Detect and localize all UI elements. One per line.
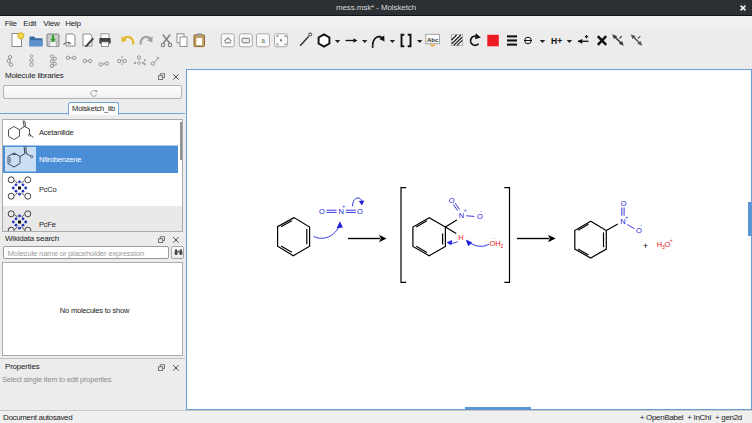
svg-text:O: O: [357, 207, 363, 216]
svg-text:+: +: [643, 241, 648, 251]
svg-text:+: +: [342, 203, 345, 209]
svg-text:O: O: [319, 207, 325, 216]
svg-text:+: +: [464, 207, 467, 213]
svg-text:+: +: [670, 237, 673, 243]
svg-text:··: ··: [492, 235, 496, 241]
svg-text:+: +: [625, 214, 628, 220]
svg-text:O: O: [449, 196, 455, 205]
svg-text:H: H: [458, 233, 463, 242]
svg-text:Abc: Abc: [427, 37, 439, 43]
svg-text:a: a: [261, 37, 265, 44]
svg-text:O: O: [621, 199, 627, 208]
svg-text:2: 2: [500, 243, 503, 249]
svg-text:H+: H+: [551, 36, 562, 46]
